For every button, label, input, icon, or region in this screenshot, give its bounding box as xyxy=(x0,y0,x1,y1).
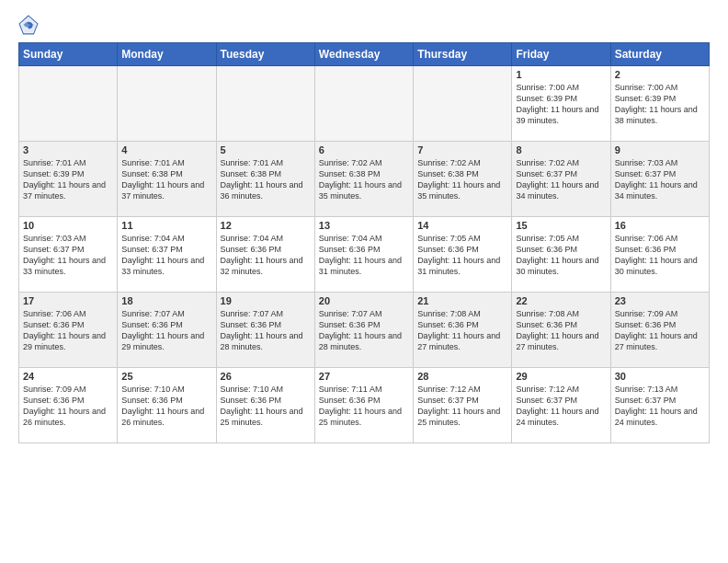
day-number: 20 xyxy=(319,295,409,306)
day-info: Sunrise: 7:08 AM Sunset: 6:36 PM Dayligh… xyxy=(516,308,606,353)
day-info: Sunrise: 7:10 AM Sunset: 6:36 PM Dayligh… xyxy=(121,384,211,429)
day-info: Sunrise: 7:12 AM Sunset: 6:37 PM Dayligh… xyxy=(417,384,507,429)
week-row-4: 17Sunrise: 7:06 AM Sunset: 6:36 PM Dayli… xyxy=(19,293,710,368)
calendar-cell: 26Sunrise: 7:10 AM Sunset: 6:36 PM Dayli… xyxy=(216,368,314,443)
day-info: Sunrise: 7:05 AM Sunset: 6:36 PM Dayligh… xyxy=(516,233,606,278)
day-info: Sunrise: 7:07 AM Sunset: 6:36 PM Dayligh… xyxy=(319,308,409,353)
day-info: Sunrise: 7:07 AM Sunset: 6:36 PM Dayligh… xyxy=(221,308,311,353)
week-row-3: 10Sunrise: 7:03 AM Sunset: 6:37 PM Dayli… xyxy=(19,217,710,293)
calendar-cell: 21Sunrise: 7:08 AM Sunset: 6:36 PM Dayli… xyxy=(414,293,512,368)
day-info: Sunrise: 7:01 AM Sunset: 6:38 PM Dayligh… xyxy=(121,157,211,202)
day-info: Sunrise: 7:03 AM Sunset: 6:37 PM Dayligh… xyxy=(615,157,705,202)
weekday-header-row: SundayMondayTuesdayWednesdayThursdayFrid… xyxy=(19,43,710,66)
calendar-cell: 6Sunrise: 7:02 AM Sunset: 6:38 PM Daylig… xyxy=(314,142,413,217)
day-number: 6 xyxy=(319,144,409,155)
day-number: 1 xyxy=(516,69,606,80)
weekday-header-wednesday: Wednesday xyxy=(314,43,413,66)
weekday-header-sunday: Sunday xyxy=(19,43,118,66)
day-info: Sunrise: 7:03 AM Sunset: 6:37 PM Dayligh… xyxy=(23,233,113,278)
day-number: 14 xyxy=(417,220,507,231)
day-number: 29 xyxy=(516,371,606,382)
day-number: 16 xyxy=(615,220,705,231)
logo-area xyxy=(18,15,42,35)
day-number: 21 xyxy=(417,295,507,306)
calendar-cell xyxy=(118,66,216,142)
day-info: Sunrise: 7:06 AM Sunset: 6:36 PM Dayligh… xyxy=(615,233,705,278)
calendar-cell xyxy=(19,66,118,142)
logo xyxy=(18,15,42,35)
day-number: 8 xyxy=(516,144,606,155)
day-number: 2 xyxy=(615,69,705,80)
day-info: Sunrise: 7:04 AM Sunset: 6:36 PM Dayligh… xyxy=(319,233,409,278)
calendar-cell: 24Sunrise: 7:09 AM Sunset: 6:36 PM Dayli… xyxy=(19,368,118,443)
calendar-cell: 28Sunrise: 7:12 AM Sunset: 6:37 PM Dayli… xyxy=(414,368,512,443)
day-number: 10 xyxy=(23,220,113,231)
day-info: Sunrise: 7:04 AM Sunset: 6:37 PM Dayligh… xyxy=(121,233,211,278)
day-number: 22 xyxy=(516,295,606,306)
calendar-cell: 20Sunrise: 7:07 AM Sunset: 6:36 PM Dayli… xyxy=(314,293,413,368)
weekday-header-monday: Monday xyxy=(118,43,216,66)
calendar-cell: 27Sunrise: 7:11 AM Sunset: 6:36 PM Dayli… xyxy=(314,368,413,443)
logo-icon xyxy=(18,15,39,35)
calendar-cell: 4Sunrise: 7:01 AM Sunset: 6:38 PM Daylig… xyxy=(118,142,216,217)
week-row-2: 3Sunrise: 7:01 AM Sunset: 6:39 PM Daylig… xyxy=(19,142,710,217)
day-number: 3 xyxy=(23,144,113,155)
calendar-cell xyxy=(314,66,413,142)
day-number: 15 xyxy=(516,220,606,231)
header xyxy=(18,15,710,35)
calendar-cell: 19Sunrise: 7:07 AM Sunset: 6:36 PM Dayli… xyxy=(216,293,314,368)
day-number: 23 xyxy=(615,295,705,306)
day-info: Sunrise: 7:04 AM Sunset: 6:36 PM Dayligh… xyxy=(221,233,311,278)
day-info: Sunrise: 7:01 AM Sunset: 6:39 PM Dayligh… xyxy=(23,157,113,202)
calendar-cell: 7Sunrise: 7:02 AM Sunset: 6:38 PM Daylig… xyxy=(414,142,512,217)
day-number: 4 xyxy=(121,144,211,155)
calendar-cell: 18Sunrise: 7:07 AM Sunset: 6:36 PM Dayli… xyxy=(118,293,216,368)
day-number: 12 xyxy=(221,220,311,231)
calendar-cell: 15Sunrise: 7:05 AM Sunset: 6:36 PM Dayli… xyxy=(512,217,610,293)
day-info: Sunrise: 7:02 AM Sunset: 6:38 PM Dayligh… xyxy=(417,157,507,202)
day-info: Sunrise: 7:02 AM Sunset: 6:38 PM Dayligh… xyxy=(319,157,409,202)
calendar-cell: 11Sunrise: 7:04 AM Sunset: 6:37 PM Dayli… xyxy=(118,217,216,293)
day-info: Sunrise: 7:02 AM Sunset: 6:37 PM Dayligh… xyxy=(516,157,606,202)
calendar-cell: 8Sunrise: 7:02 AM Sunset: 6:37 PM Daylig… xyxy=(512,142,610,217)
day-info: Sunrise: 7:10 AM Sunset: 6:36 PM Dayligh… xyxy=(221,384,311,429)
calendar-cell: 2Sunrise: 7:00 AM Sunset: 6:39 PM Daylig… xyxy=(610,66,709,142)
calendar-cell: 3Sunrise: 7:01 AM Sunset: 6:39 PM Daylig… xyxy=(19,142,118,217)
calendar-cell xyxy=(414,66,512,142)
week-row-1: 1Sunrise: 7:00 AM Sunset: 6:39 PM Daylig… xyxy=(19,66,710,142)
calendar-cell xyxy=(216,66,314,142)
day-info: Sunrise: 7:01 AM Sunset: 6:38 PM Dayligh… xyxy=(221,157,311,202)
calendar-cell: 14Sunrise: 7:05 AM Sunset: 6:36 PM Dayli… xyxy=(414,217,512,293)
day-info: Sunrise: 7:05 AM Sunset: 6:36 PM Dayligh… xyxy=(417,233,507,278)
day-info: Sunrise: 7:09 AM Sunset: 6:36 PM Dayligh… xyxy=(615,308,705,353)
calendar-cell: 9Sunrise: 7:03 AM Sunset: 6:37 PM Daylig… xyxy=(610,142,709,217)
day-number: 13 xyxy=(319,220,409,231)
calendar-cell: 13Sunrise: 7:04 AM Sunset: 6:36 PM Dayli… xyxy=(314,217,413,293)
weekday-header-friday: Friday xyxy=(512,43,610,66)
day-info: Sunrise: 7:09 AM Sunset: 6:36 PM Dayligh… xyxy=(23,384,113,429)
calendar-cell: 16Sunrise: 7:06 AM Sunset: 6:36 PM Dayli… xyxy=(610,217,709,293)
calendar-cell: 30Sunrise: 7:13 AM Sunset: 6:37 PM Dayli… xyxy=(610,368,709,443)
day-number: 18 xyxy=(121,295,211,306)
day-info: Sunrise: 7:13 AM Sunset: 6:37 PM Dayligh… xyxy=(615,384,705,429)
day-info: Sunrise: 7:11 AM Sunset: 6:36 PM Dayligh… xyxy=(319,384,409,429)
weekday-header-saturday: Saturday xyxy=(610,43,709,66)
calendar-cell: 12Sunrise: 7:04 AM Sunset: 6:36 PM Dayli… xyxy=(216,217,314,293)
day-number: 24 xyxy=(23,371,113,382)
calendar-cell: 5Sunrise: 7:01 AM Sunset: 6:38 PM Daylig… xyxy=(216,142,314,217)
page: SundayMondayTuesdayWednesdayThursdayFrid… xyxy=(0,0,728,563)
day-info: Sunrise: 7:06 AM Sunset: 6:36 PM Dayligh… xyxy=(23,308,113,353)
day-number: 30 xyxy=(615,371,705,382)
calendar-cell: 22Sunrise: 7:08 AM Sunset: 6:36 PM Dayli… xyxy=(512,293,610,368)
calendar-cell: 1Sunrise: 7:00 AM Sunset: 6:39 PM Daylig… xyxy=(512,66,610,142)
day-number: 27 xyxy=(319,371,409,382)
weekday-header-tuesday: Tuesday xyxy=(216,43,314,66)
day-number: 5 xyxy=(221,144,311,155)
calendar-cell: 25Sunrise: 7:10 AM Sunset: 6:36 PM Dayli… xyxy=(118,368,216,443)
day-number: 28 xyxy=(417,371,507,382)
day-info: Sunrise: 7:12 AM Sunset: 6:37 PM Dayligh… xyxy=(516,384,606,429)
day-number: 7 xyxy=(417,144,507,155)
calendar-table: SundayMondayTuesdayWednesdayThursdayFrid… xyxy=(18,42,710,443)
calendar-cell: 29Sunrise: 7:12 AM Sunset: 6:37 PM Dayli… xyxy=(512,368,610,443)
day-number: 26 xyxy=(221,371,311,382)
